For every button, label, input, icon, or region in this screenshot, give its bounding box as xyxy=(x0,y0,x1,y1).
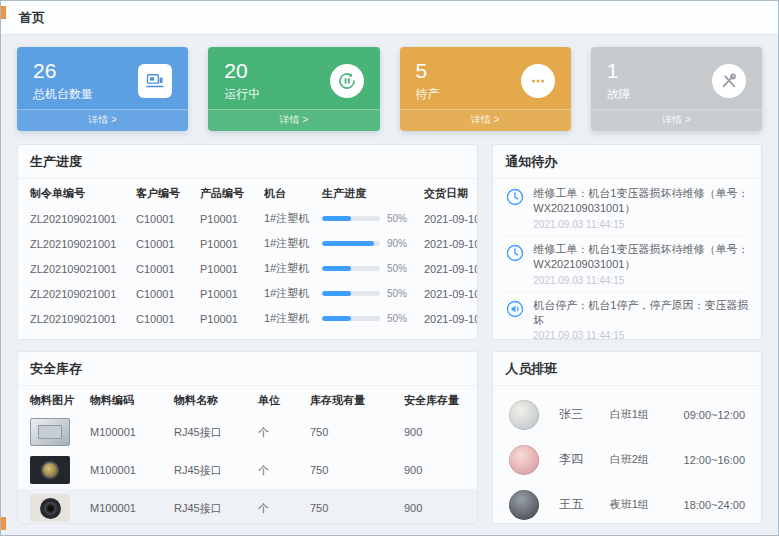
safety-qty: 900 xyxy=(398,451,478,489)
notifications-panel-title: 通知待办 xyxy=(493,145,761,179)
unit: 个 xyxy=(252,413,304,451)
total-machines-value: 26 xyxy=(33,59,93,83)
dashboard-screen: 首页 26 总机台数量 xyxy=(0,0,779,536)
production-header-row: 制令单编号 客户编号 产品编号 机台 生产进度 交货日期 xyxy=(18,179,478,206)
table-row: ZL202109021001 C10001 P10001 1#注塑机 90% 2… xyxy=(18,231,478,256)
material-code: M100001 xyxy=(84,451,168,489)
order-no: ZL202109021001 xyxy=(18,281,130,306)
column-header: 生产进度 xyxy=(316,179,418,206)
progress-fill xyxy=(322,316,351,321)
progress-label: 50% xyxy=(387,288,407,299)
notification-text: 维修工单：机台1变压器损坏待维修（单号：WX202109031001） xyxy=(533,186,749,217)
scrollbar-marker-top xyxy=(1,6,6,19)
fault-label: 故障 xyxy=(607,86,631,103)
notification-item[interactable]: 机台停产：机台1停产，停产原因：变压器损坏 2021.09.03 11:44:1… xyxy=(505,292,749,340)
progress-fill xyxy=(322,291,351,296)
product-no: P10001 xyxy=(194,206,258,231)
product-no: P10001 xyxy=(194,281,258,306)
delivery-date: 2021-09-10 xyxy=(418,281,478,306)
delivery-date: 2021-09-10 xyxy=(418,306,478,331)
progress-bar: 50% xyxy=(322,213,412,224)
table-row: ZL202109021001 C10001 P10001 1#注塑机 50% 2… xyxy=(18,281,478,306)
notification-text: 维修工单：机台1变压器损坏待维修（单号：WX202109031001） xyxy=(533,242,749,273)
shift-time: 09:00~12:00 xyxy=(684,409,745,421)
schedule-row: 王五 夜班1组 18:00~24:00 xyxy=(509,482,745,524)
safety-qty: 900 xyxy=(398,413,478,451)
schedule-row: 李四 白班2组 12:00~16:00 xyxy=(509,437,745,482)
column-header: 单位 xyxy=(252,386,304,413)
machine: 1#注塑机 xyxy=(258,206,316,231)
progress-bar: 50% xyxy=(322,288,412,299)
column-header: 产品编号 xyxy=(194,179,258,206)
machine: 1#注塑机 xyxy=(258,281,316,306)
customer-no: C10001 xyxy=(130,206,194,231)
on-hand-qty: 750 xyxy=(304,413,398,451)
on-hand-qty: 750 xyxy=(304,489,398,524)
total-machines-detail-link[interactable]: 详情 > xyxy=(17,109,188,131)
safety-stock-table: 物料图片 物料编码 物料名称 单位 库存现有量 安全库存量 M xyxy=(18,386,478,524)
order-no: ZL202109021001 xyxy=(18,306,130,331)
table-row: ZL202109021001 C10001 P10001 1#注塑机 50% 2… xyxy=(18,206,478,231)
clock-icon xyxy=(505,243,525,263)
column-header: 物料编码 xyxy=(84,386,168,413)
material-name: RJ45接口 xyxy=(168,413,252,451)
page-title: 首页 xyxy=(19,9,45,27)
progress-bar: 50% xyxy=(322,263,412,274)
running-label: 运行中 xyxy=(224,86,260,103)
unit: 个 xyxy=(252,451,304,489)
shift-time: 12:00~16:00 xyxy=(684,454,745,466)
column-header: 交货日期 xyxy=(418,179,478,206)
column-header: 机台 xyxy=(258,179,316,206)
progress-bar: 90% xyxy=(322,238,412,249)
progress-fill xyxy=(322,266,351,271)
inventory-header-row: 物料图片 物料编码 物料名称 单位 库存现有量 安全库存量 xyxy=(18,386,478,413)
progress-fill xyxy=(322,216,351,221)
column-header: 安全库存量 xyxy=(398,386,478,413)
clock-icon xyxy=(505,187,525,207)
panels-row-2: 安全库存 物料图片 物料编码 物料名称 单位 库存现有量 安全库存量 xyxy=(17,351,762,524)
running-value: 20 xyxy=(224,59,260,83)
waiting-detail-link[interactable]: 详情 > xyxy=(400,109,571,131)
customer-no: C10001 xyxy=(130,306,194,331)
column-header: 库存现有量 xyxy=(304,386,398,413)
material-code: M100001 xyxy=(84,413,168,451)
ellipsis-icon xyxy=(521,64,555,98)
shift-label: 白班1组 xyxy=(610,407,684,422)
stat-card-fault: 1 故障 详情 > xyxy=(591,47,762,131)
schedule-panel-title: 人员排班 xyxy=(493,352,761,386)
progress-label: 50% xyxy=(387,313,407,324)
progress-fill xyxy=(322,241,374,246)
material-name: RJ45接口 xyxy=(168,451,252,489)
stat-card-waiting: 5 待产 详情 > xyxy=(400,47,571,131)
schedule-list: 张三 白班1组 09:00~12:00 李四 白班2组 12:00~16:00 xyxy=(493,386,761,524)
customer-no: C10001 xyxy=(130,256,194,281)
unit: 个 xyxy=(252,489,304,524)
dashboard-content: 26 总机台数量 详情 > xyxy=(1,35,778,536)
notification-time: 2021.09.03 11:44:15 xyxy=(533,219,749,230)
fault-detail-link[interactable]: 详情 > xyxy=(591,109,762,131)
running-detail-link[interactable]: 详情 > xyxy=(208,109,379,131)
column-header: 物料名称 xyxy=(168,386,252,413)
shift-label: 白班2组 xyxy=(610,452,684,467)
fault-value: 1 xyxy=(607,59,631,83)
avatar xyxy=(509,490,539,520)
page-header: 首页 xyxy=(1,1,778,35)
total-machines-label: 总机台数量 xyxy=(33,86,93,103)
avatar xyxy=(509,400,539,430)
notification-item[interactable]: 维修工单：机台1变压器损坏待维修（单号：WX202109031001） 2021… xyxy=(505,236,749,292)
notification-item[interactable]: 维修工单：机台1变压器损坏待维修（单号：WX202109031001） 2021… xyxy=(505,180,749,236)
order-no: ZL202109021001 xyxy=(18,231,130,256)
progress-label: 50% xyxy=(387,263,407,274)
material-image-speaker xyxy=(30,494,70,522)
safety-stock-panel-title: 安全库存 xyxy=(18,352,477,386)
production-panel-title: 生产进度 xyxy=(18,145,477,179)
machine: 1#注塑机 xyxy=(258,306,316,331)
waiting-value: 5 xyxy=(416,59,440,83)
production-table: 制令单编号 客户编号 产品编号 机台 生产进度 交货日期 ZL202109021… xyxy=(18,179,478,331)
material-image-connector xyxy=(30,456,70,484)
progress-label: 50% xyxy=(387,213,407,224)
notification-time: 2021.09.03 11:44:15 xyxy=(533,275,749,286)
personnel-schedule-panel: 人员排班 张三 白班1组 09:00~12:00 李四 白班2组 12: xyxy=(492,351,762,524)
waiting-label: 待产 xyxy=(416,86,440,103)
scrollbar-marker-bottom xyxy=(1,517,6,530)
